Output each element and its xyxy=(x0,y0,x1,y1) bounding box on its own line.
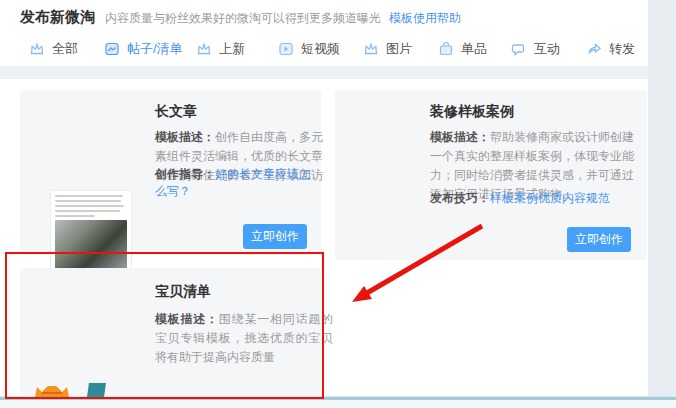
tab-label: 图片 xyxy=(386,40,412,58)
tab-forward[interactable]: 转发 xyxy=(585,38,635,60)
card-title: 装修样板案例 xyxy=(430,103,514,121)
page-background-band xyxy=(0,66,648,79)
guide-label: 创作指导： xyxy=(155,167,215,181)
tab-label: 互动 xyxy=(534,40,560,58)
tab-label: 单品 xyxy=(461,40,487,58)
tab-interaction[interactable]: 互动 xyxy=(510,38,560,60)
template-card-long-article: 长文章 模板描述：创作自由度高，多元素组件灵活编辑，优质的长文章更容易黏住消费者… xyxy=(20,90,321,255)
weitao-publish-page: 发布新微淘内容质量与粉丝效果好的微淘可以得到更多频道曝光模板使用帮助 全部 帖子… xyxy=(0,0,676,408)
picture-icon xyxy=(362,40,380,58)
tips-link[interactable]: 样板案例优质内容规范 xyxy=(490,191,610,205)
bag-icon xyxy=(437,40,455,58)
page-title: 发布新微淘 xyxy=(20,8,95,25)
template-tabbar: 全部 帖子/清单 上新 短视频 图片 单品 互动 转发 xyxy=(0,32,648,66)
card-title: 长文章 xyxy=(155,103,197,121)
below-window-area xyxy=(0,400,676,408)
tab-new-arrival[interactable]: 上新 xyxy=(195,38,245,60)
card-description: 模板描述：围绕某一相同话题的宝贝专辑模板，挑选优质的宝贝将有助于提高内容质量 xyxy=(155,310,333,367)
tips-label: 发布技巧： xyxy=(430,191,490,205)
tab-short-video[interactable]: 短视频 xyxy=(277,38,340,60)
post-icon xyxy=(103,40,121,58)
template-card-item-list: Nuoa家私馆 关注 2017最受欢迎的四种办公桌椅 宝贝清单 模板描述：围绕某… xyxy=(20,268,321,397)
chat-icon xyxy=(510,40,528,58)
tab-label: 帖子/清单 xyxy=(127,40,183,58)
page-subtitle: 内容质量与粉丝效果好的微淘可以得到更多频道曝光 xyxy=(105,11,381,25)
page-right-gutter xyxy=(648,0,676,397)
page-header: 发布新微淘内容质量与粉丝效果好的微淘可以得到更多频道曝光模板使用帮助 xyxy=(20,8,461,27)
create-now-button[interactable]: 立即创作 xyxy=(243,224,307,249)
template-card-decor-case: 关注 居家改造，只为做最好的自己 户型两室一厅 面积90平米 位置杭州市西湖区文… xyxy=(335,90,647,260)
tab-posts-lists[interactable]: 帖子/清单 xyxy=(103,38,183,60)
card-title: 宝贝清单 xyxy=(155,283,211,301)
template-help-link[interactable]: 模板使用帮助 xyxy=(389,11,461,25)
tab-label: 转发 xyxy=(609,40,635,58)
tab-label: 全部 xyxy=(52,40,78,58)
desc-label: 模板描述： xyxy=(430,130,490,144)
desc-label: 模板描述： xyxy=(155,312,219,326)
create-now-button[interactable]: 立即创作 xyxy=(567,227,631,252)
guide-row: 创作指导：好的长文章应该怎么写？ xyxy=(155,166,321,200)
tab-single-item[interactable]: 单品 xyxy=(437,38,487,60)
tab-label: 短视频 xyxy=(301,40,340,58)
crown-icon xyxy=(195,40,213,58)
tab-pictures[interactable]: 图片 xyxy=(362,38,412,60)
article-photo xyxy=(55,220,127,270)
tab-all[interactable]: 全部 xyxy=(28,38,78,60)
orange-cat-stripe xyxy=(42,392,62,394)
crown-icon xyxy=(28,40,46,58)
share-icon xyxy=(585,40,603,58)
video-icon xyxy=(277,40,295,58)
tab-label: 上新 xyxy=(219,40,245,58)
desc-label: 模板描述： xyxy=(155,130,215,144)
tips-row: 发布技巧：样板案例优质内容规范 xyxy=(430,190,610,207)
teal-shape xyxy=(87,383,106,397)
